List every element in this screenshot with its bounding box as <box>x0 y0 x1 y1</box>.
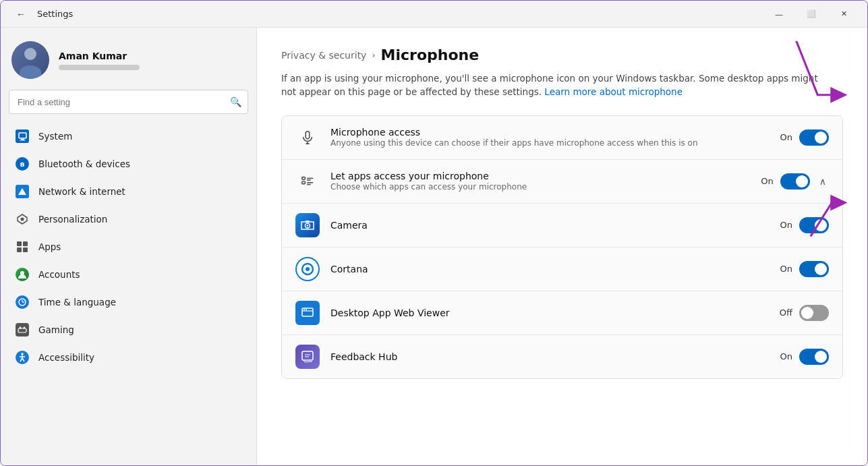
feedback-hub-title: Feedback Hub <box>330 351 770 362</box>
titlebar: ← Settings — ⬜ ✕ <box>1 1 867 28</box>
svg-rect-8 <box>23 247 28 252</box>
sidebar-nav: System ʙ Bluetooth & devices <box>1 122 256 455</box>
desktop-app-toggle[interactable] <box>799 305 829 321</box>
accounts-label: Accounts <box>38 269 80 280</box>
apps-icon <box>16 240 29 254</box>
toggle-thumb <box>815 132 827 144</box>
svg-rect-25 <box>302 181 306 184</box>
svg-point-38 <box>306 309 307 310</box>
back-button[interactable]: ← <box>11 5 30 24</box>
svg-rect-39 <box>302 351 313 360</box>
accounts-icon <box>16 268 29 281</box>
cortana-toggle[interactable] <box>799 261 829 277</box>
row-let-apps-access: Let apps access your microphone Choose w… <box>282 160 842 204</box>
let-apps-toggle[interactable] <box>780 173 810 190</box>
camera-toggle[interactable] <box>799 217 829 233</box>
close-button[interactable]: ✕ <box>828 3 859 25</box>
cortana-title: Cortana <box>330 264 770 274</box>
microphone-access-toggle[interactable] <box>799 129 829 146</box>
personalization-label: Personalization <box>38 214 107 225</box>
personalization-icon <box>16 212 29 226</box>
search-box: 🔍 <box>9 90 248 114</box>
network-icon <box>16 185 29 198</box>
sidebar-item-accounts[interactable]: Accounts <box>5 261 252 288</box>
svg-rect-1 <box>21 139 24 140</box>
svg-point-37 <box>303 309 305 310</box>
svg-rect-2 <box>20 140 25 140</box>
breadcrumb: Privacy & security › Microphone <box>281 47 843 63</box>
page-description: If an app is using your microphone, you'… <box>281 71 834 99</box>
svg-rect-21 <box>306 131 310 138</box>
minimize-button[interactable]: — <box>763 3 794 25</box>
let-apps-sub: Choose which apps can access your microp… <box>330 182 750 192</box>
toggle-thumb <box>815 263 827 275</box>
microphone-icon <box>295 125 320 150</box>
svg-point-4 <box>21 218 24 221</box>
svg-point-15 <box>24 327 26 329</box>
svg-marker-3 <box>18 188 26 195</box>
time-icon <box>16 295 29 309</box>
desktop-app-icon <box>295 301 320 325</box>
row-microphone-access: Microphone access Anyone using this devi… <box>282 116 842 160</box>
app-title: Settings <box>37 9 73 19</box>
cortana-app-icon <box>295 257 320 281</box>
sidebar-item-personalization[interactable]: Personalization <box>5 206 252 233</box>
row-cortana: Cortana On <box>282 247 842 291</box>
toggle-thumb <box>796 175 808 187</box>
user-name: Aman Kumar <box>59 51 245 61</box>
toggle-thumb <box>801 307 813 319</box>
gaming-icon <box>16 323 29 337</box>
sidebar-item-time[interactable]: Time & language <box>5 289 252 316</box>
page-title: Microphone <box>381 47 480 63</box>
svg-rect-6 <box>23 241 28 246</box>
svg-point-16 <box>21 353 24 355</box>
row-microphone-access-title: Microphone access <box>330 127 770 138</box>
svg-point-32 <box>307 225 308 226</box>
desktop-app-title: Desktop App Web Viewer <box>330 308 769 318</box>
svg-line-20 <box>22 358 24 361</box>
learn-more-link[interactable]: Learn more about microphone <box>544 86 683 97</box>
bluetooth-label: Bluetooth & devices <box>38 158 130 169</box>
svg-line-19 <box>20 358 22 361</box>
sidebar-item-apps[interactable]: Apps <box>5 233 252 260</box>
feedback-hub-toggle[interactable] <box>799 349 829 365</box>
gaming-label: Gaming <box>38 324 74 335</box>
apps-label: Apps <box>38 241 61 252</box>
microphone-access-status: On <box>780 132 792 142</box>
sidebar: Aman Kumar 🔍 System <box>1 28 257 465</box>
sidebar-item-gaming[interactable]: Gaming <box>5 316 252 343</box>
app-list-icon <box>295 169 320 194</box>
svg-rect-5 <box>17 241 22 246</box>
camera-app-icon <box>295 213 320 237</box>
maximize-button[interactable]: ⬜ <box>796 3 827 25</box>
user-sub <box>59 65 140 70</box>
window-controls: — ⬜ ✕ <box>763 3 859 25</box>
avatar <box>11 41 49 79</box>
let-apps-status: On <box>761 176 773 186</box>
row-camera: Camera On <box>282 204 842 247</box>
accessibility-icon <box>16 351 29 364</box>
camera-title: Camera <box>330 220 770 231</box>
user-profile[interactable]: Aman Kumar <box>1 28 256 90</box>
sidebar-item-accessibility[interactable]: Accessibility <box>5 344 252 371</box>
breadcrumb-parent[interactable]: Privacy & security <box>281 50 366 61</box>
system-label: System <box>38 131 72 142</box>
svg-rect-13 <box>18 328 26 332</box>
toggle-thumb <box>815 351 827 363</box>
sidebar-item-bluetooth[interactable]: ʙ Bluetooth & devices <box>5 150 252 177</box>
content-area: Privacy & security › Microphone If an ap… <box>257 28 867 465</box>
desktop-app-status: Off <box>780 308 792 318</box>
svg-rect-24 <box>302 177 306 179</box>
sidebar-item-system[interactable]: System <box>5 123 252 150</box>
svg-rect-31 <box>306 221 310 223</box>
row-microphone-access-sub: Anyone using this device can choose if t… <box>330 138 770 148</box>
svg-rect-0 <box>19 133 26 138</box>
feedback-hub-status: On <box>780 351 792 361</box>
camera-status: On <box>780 220 792 230</box>
search-input[interactable] <box>9 90 248 114</box>
let-apps-title: Let apps access your microphone <box>330 171 750 181</box>
time-label: Time & language <box>38 297 116 308</box>
let-apps-chevron[interactable]: ∧ <box>817 175 829 188</box>
svg-rect-7 <box>17 247 22 252</box>
sidebar-item-network[interactable]: Network & internet <box>5 178 252 205</box>
